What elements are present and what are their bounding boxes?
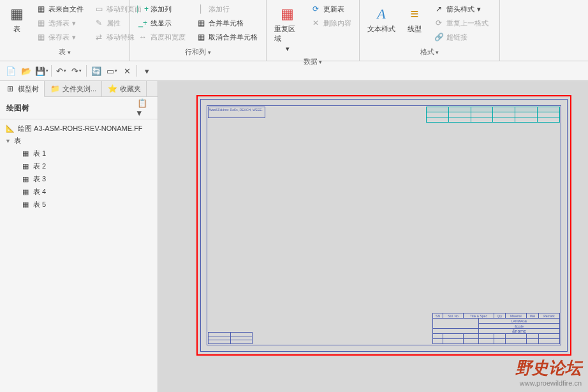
watermark: 野史论坛 www.proewildfire.cn — [515, 357, 582, 387]
group-label-data[interactable]: 数据 — [272, 56, 354, 68]
merge-cells[interactable]: ▦合并单元格 — [193, 17, 260, 29]
table-icon: ▦ — [20, 161, 31, 171]
drawing-icon: 📐 — [5, 123, 15, 133]
prop-icon: ✎ — [94, 18, 104, 28]
repeat-region[interactable]: ▦ 重复区域▾ — [272, 3, 303, 56]
grid-icon: ▦ — [36, 18, 46, 28]
tree-options[interactable]: 📋▾ — [137, 101, 151, 115]
update-table[interactable]: ⟳更新表 — [308, 3, 354, 15]
hyperlink: 🔗超链接 — [431, 31, 491, 43]
revision-table — [426, 107, 560, 123]
table-icon: ▦ — [20, 186, 31, 197]
add-col-icon: ⎸+ — [138, 4, 148, 14]
title-block: SNStd. NoTitle & SpecQtyMaterialWeiRemar… — [432, 313, 560, 344]
tree-table-node[interactable]: ▼ 表 — [0, 135, 158, 147]
tree-table-1[interactable]: ▦表 1 — [15, 147, 158, 160]
tree-title: 绘图树 — [6, 103, 29, 114]
tree-table-2[interactable]: ▦表 2 — [15, 160, 158, 172]
bom-table — [208, 332, 253, 344]
tab-model-tree[interactable]: ⊞模型树 — [0, 81, 45, 97]
tree-icon: ⊞ — [5, 84, 15, 94]
add-row[interactable]: ⎯+线显示 — [135, 17, 188, 29]
arrow-style[interactable]: ↗箭头样式 ▾ — [431, 3, 491, 15]
qat-new[interactable]: 📄 — [4, 64, 18, 78]
text-style-icon: A — [372, 5, 390, 23]
unmerge-cells[interactable]: ▦取消合并单元格 — [193, 31, 260, 43]
tab-folder[interactable]: 📁文件夹浏... — [45, 81, 102, 96]
tree-table-5[interactable]: ▦表 5 — [15, 198, 158, 211]
collapse-icon[interactable]: ▼ — [5, 138, 11, 144]
line-icon: │ — [196, 4, 206, 14]
drawing-sheet: WaaSFiddms: RoKs, REACH, WEEE. SNStd. No… — [196, 95, 571, 356]
tab-favorites[interactable]: ⭐收藏夹 — [102, 81, 147, 96]
qat-undo[interactable]: ↶ — [54, 64, 68, 78]
move-icon: ⇄ — [94, 32, 104, 42]
repeat-format: ⟳重复上一格式 — [431, 17, 491, 29]
drawing-canvas[interactable]: WaaSFiddms: RoKs, REACH, WEEE. SNStd. No… — [158, 81, 588, 392]
note-top-left: WaaSFiddms: RoKs, REACH, WEEE. — [208, 107, 265, 118]
text-style[interactable]: A 文本样式 — [365, 3, 398, 46]
folder-icon: 📁 — [50, 84, 60, 94]
merge-icon: ▦ — [196, 18, 206, 28]
group-label-table[interactable]: 表 — [5, 46, 124, 58]
line-style-icon: ≡ — [406, 5, 423, 23]
hw-icon: ↔ — [138, 32, 148, 42]
link-icon: 🔗 — [434, 32, 444, 42]
tree-table-4[interactable]: ▦表 4 — [15, 185, 158, 198]
grid-icon: ▦ — [36, 4, 46, 14]
qat-expand[interactable]: ▾ — [140, 64, 154, 78]
qat-open[interactable]: 📂 — [19, 64, 33, 78]
arrow-icon: ↗ — [434, 4, 444, 14]
delete-icon: ✕ — [311, 18, 321, 28]
table-button[interactable]: ▦ 表 — [5, 3, 28, 46]
add-row-icon: ⎯+ — [138, 18, 148, 28]
line-display: │添加行 — [193, 3, 260, 15]
region-icon: ▦ — [279, 5, 297, 23]
qat-close[interactable]: ✕ — [120, 64, 134, 78]
save-table: ▦保存表 ▾ — [33, 31, 86, 43]
qat-windows[interactable]: ▭ — [105, 64, 119, 78]
qat-save[interactable]: 💾 — [34, 64, 48, 78]
qat-regen[interactable]: 🔄 — [89, 64, 103, 78]
group-label-rowcol[interactable]: 行和列 — [135, 46, 261, 58]
table-icon: ▦ — [20, 174, 31, 184]
add-column[interactable]: ⎸+添加列 — [135, 3, 188, 15]
height-width: ↔高度和宽度 — [135, 31, 188, 43]
refresh-icon: ⟳ — [311, 4, 321, 14]
delete-content: ✕删除内容 — [308, 17, 354, 29]
repeat-icon: ⟳ — [434, 18, 444, 28]
group-label-format[interactable]: 格式 — [365, 46, 494, 58]
tree-root[interactable]: 📐 绘图 A3-ASM-ROHS-REV-NONAME.FF — [0, 122, 158, 135]
star-icon: ⭐ — [107, 84, 117, 94]
select-table: ▦选择表 ▾ — [33, 17, 86, 29]
table-from-file[interactable]: ▦表来自文件 — [33, 3, 86, 15]
table-icon: ▦ — [20, 199, 31, 209]
line-style[interactable]: ≡ 线型 — [403, 3, 426, 46]
unmerge-icon: ▦ — [196, 32, 206, 42]
tree-table-3[interactable]: ▦表 3 — [15, 172, 158, 185]
table-icon: ▦ — [8, 5, 26, 23]
qat-redo[interactable]: ↷ — [70, 64, 84, 78]
table-icon: ▦ — [20, 148, 31, 158]
page-icon: ▭ — [94, 4, 104, 14]
grid-icon: ▦ — [36, 32, 46, 42]
